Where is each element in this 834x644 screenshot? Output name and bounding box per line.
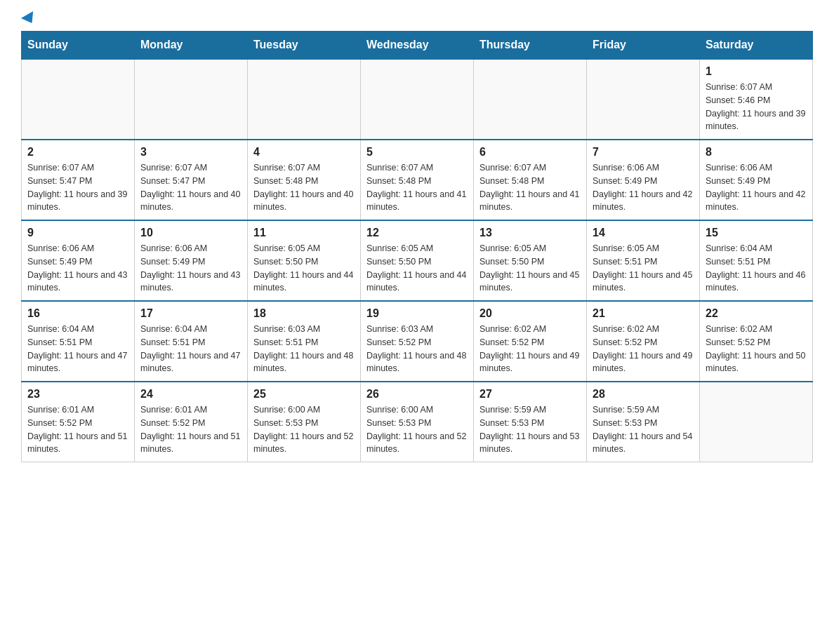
calendar-cell [135, 59, 248, 140]
calendar-cell: 12Sunrise: 6:05 AM Sunset: 5:50 PM Dayli… [361, 220, 474, 301]
day-number: 17 [140, 307, 241, 320]
day-info: Sunrise: 6:05 AM Sunset: 5:50 PM Dayligh… [253, 242, 355, 295]
calendar-week-row: 2Sunrise: 6:07 AM Sunset: 5:47 PM Daylig… [22, 140, 813, 220]
calendar-week-row: 16Sunrise: 6:04 AM Sunset: 5:51 PM Dayli… [22, 301, 813, 382]
day-number: 22 [706, 307, 807, 320]
calendar-cell: 26Sunrise: 6:00 AM Sunset: 5:53 PM Dayli… [361, 382, 474, 462]
day-number: 4 [253, 146, 355, 159]
calendar-cell [248, 59, 361, 140]
day-number: 3 [140, 146, 241, 159]
calendar-cell: 14Sunrise: 6:05 AM Sunset: 5:51 PM Dayli… [587, 220, 700, 301]
calendar-cell: 20Sunrise: 6:02 AM Sunset: 5:52 PM Dayli… [474, 301, 587, 382]
calendar-cell: 4Sunrise: 6:07 AM Sunset: 5:48 PM Daylig… [248, 140, 361, 220]
day-info: Sunrise: 6:01 AM Sunset: 5:52 PM Dayligh… [140, 403, 241, 456]
day-info: Sunrise: 6:06 AM Sunset: 5:49 PM Dayligh… [140, 242, 241, 295]
day-number: 2 [27, 146, 128, 159]
calendar-cell [700, 382, 813, 462]
day-info: Sunrise: 6:04 AM Sunset: 5:51 PM Dayligh… [140, 323, 241, 375]
calendar-cell [587, 59, 700, 140]
calendar-cell: 15Sunrise: 6:04 AM Sunset: 5:51 PM Dayli… [700, 220, 813, 301]
calendar-cell: 23Sunrise: 6:01 AM Sunset: 5:52 PM Dayli… [22, 382, 135, 462]
calendar-week-row: 1Sunrise: 6:07 AM Sunset: 5:46 PM Daylig… [22, 59, 813, 140]
day-info: Sunrise: 6:07 AM Sunset: 5:48 PM Dayligh… [253, 161, 355, 214]
day-number: 27 [479, 388, 581, 401]
column-header-sunday: Sunday [22, 32, 135, 60]
calendar-cell: 21Sunrise: 6:02 AM Sunset: 5:52 PM Dayli… [587, 301, 700, 382]
page-header [21, 14, 813, 24]
column-header-tuesday: Tuesday [248, 32, 361, 60]
day-number: 7 [593, 146, 694, 159]
day-info: Sunrise: 6:07 AM Sunset: 5:46 PM Dayligh… [706, 81, 807, 133]
day-number: 25 [253, 388, 355, 401]
day-number: 11 [253, 227, 355, 239]
day-info: Sunrise: 6:04 AM Sunset: 5:51 PM Dayligh… [706, 242, 807, 295]
column-header-thursday: Thursday [474, 32, 587, 60]
calendar-cell: 11Sunrise: 6:05 AM Sunset: 5:50 PM Dayli… [248, 220, 361, 301]
column-header-monday: Monday [135, 32, 248, 60]
calendar-cell: 7Sunrise: 6:06 AM Sunset: 5:49 PM Daylig… [587, 140, 700, 220]
day-info: Sunrise: 6:00 AM Sunset: 5:53 PM Dayligh… [366, 403, 468, 456]
day-number: 6 [479, 146, 581, 159]
day-info: Sunrise: 6:05 AM Sunset: 5:51 PM Dayligh… [593, 242, 694, 295]
day-number: 1 [706, 65, 807, 78]
calendar-cell: 2Sunrise: 6:07 AM Sunset: 5:47 PM Daylig… [22, 140, 135, 220]
day-info: Sunrise: 6:03 AM Sunset: 5:52 PM Dayligh… [366, 323, 468, 375]
calendar-cell: 1Sunrise: 6:07 AM Sunset: 5:46 PM Daylig… [700, 59, 813, 140]
calendar-table: SundayMondayTuesdayWednesdayThursdayFrid… [21, 31, 813, 462]
day-number: 13 [479, 227, 581, 239]
day-number: 20 [479, 307, 581, 320]
day-info: Sunrise: 6:04 AM Sunset: 5:51 PM Dayligh… [27, 323, 128, 375]
day-number: 9 [27, 227, 128, 239]
calendar-cell: 25Sunrise: 6:00 AM Sunset: 5:53 PM Dayli… [248, 382, 361, 462]
day-info: Sunrise: 6:06 AM Sunset: 5:49 PM Dayligh… [593, 161, 694, 214]
day-number: 12 [366, 227, 468, 239]
day-number: 24 [140, 388, 241, 401]
calendar-cell: 19Sunrise: 6:03 AM Sunset: 5:52 PM Dayli… [361, 301, 474, 382]
calendar-cell: 28Sunrise: 5:59 AM Sunset: 5:53 PM Dayli… [587, 382, 700, 462]
day-info: Sunrise: 6:02 AM Sunset: 5:52 PM Dayligh… [479, 323, 581, 375]
calendar-header-row: SundayMondayTuesdayWednesdayThursdayFrid… [22, 32, 813, 60]
calendar-cell [361, 59, 474, 140]
day-info: Sunrise: 6:07 AM Sunset: 5:48 PM Dayligh… [366, 161, 468, 214]
day-number: 21 [593, 307, 694, 320]
calendar-cell: 3Sunrise: 6:07 AM Sunset: 5:47 PM Daylig… [135, 140, 248, 220]
calendar-cell: 10Sunrise: 6:06 AM Sunset: 5:49 PM Dayli… [135, 220, 248, 301]
day-number: 8 [706, 146, 807, 159]
logo-arrow-icon [21, 11, 38, 27]
day-number: 26 [366, 388, 468, 401]
calendar-cell [22, 59, 135, 140]
day-number: 15 [706, 227, 807, 239]
day-info: Sunrise: 6:03 AM Sunset: 5:51 PM Dayligh… [253, 323, 355, 375]
day-info: Sunrise: 6:06 AM Sunset: 5:49 PM Dayligh… [27, 242, 128, 295]
calendar-cell [474, 59, 587, 140]
calendar-cell: 17Sunrise: 6:04 AM Sunset: 5:51 PM Dayli… [135, 301, 248, 382]
column-header-wednesday: Wednesday [361, 32, 474, 60]
day-number: 28 [593, 388, 694, 401]
calendar-cell: 9Sunrise: 6:06 AM Sunset: 5:49 PM Daylig… [22, 220, 135, 301]
calendar-cell: 16Sunrise: 6:04 AM Sunset: 5:51 PM Dayli… [22, 301, 135, 382]
day-info: Sunrise: 6:02 AM Sunset: 5:52 PM Dayligh… [706, 323, 807, 375]
day-number: 19 [366, 307, 468, 320]
calendar-cell: 13Sunrise: 6:05 AM Sunset: 5:50 PM Dayli… [474, 220, 587, 301]
day-number: 18 [253, 307, 355, 320]
calendar-week-row: 23Sunrise: 6:01 AM Sunset: 5:52 PM Dayli… [22, 382, 813, 462]
column-header-friday: Friday [587, 32, 700, 60]
day-info: Sunrise: 6:07 AM Sunset: 5:47 PM Dayligh… [140, 161, 241, 214]
calendar-cell: 24Sunrise: 6:01 AM Sunset: 5:52 PM Dayli… [135, 382, 248, 462]
day-info: Sunrise: 6:07 AM Sunset: 5:47 PM Dayligh… [27, 161, 128, 214]
day-number: 10 [140, 227, 241, 239]
calendar-cell: 6Sunrise: 6:07 AM Sunset: 5:48 PM Daylig… [474, 140, 587, 220]
logo [21, 14, 37, 24]
calendar-cell: 18Sunrise: 6:03 AM Sunset: 5:51 PM Dayli… [248, 301, 361, 382]
day-number: 5 [366, 146, 468, 159]
day-info: Sunrise: 5:59 AM Sunset: 5:53 PM Dayligh… [593, 403, 694, 456]
calendar-cell: 5Sunrise: 6:07 AM Sunset: 5:48 PM Daylig… [361, 140, 474, 220]
day-info: Sunrise: 6:06 AM Sunset: 5:49 PM Dayligh… [706, 161, 807, 214]
day-info: Sunrise: 6:07 AM Sunset: 5:48 PM Dayligh… [479, 161, 581, 214]
day-info: Sunrise: 6:01 AM Sunset: 5:52 PM Dayligh… [27, 403, 128, 456]
day-number: 16 [27, 307, 128, 320]
calendar-week-row: 9Sunrise: 6:06 AM Sunset: 5:49 PM Daylig… [22, 220, 813, 301]
day-info: Sunrise: 6:05 AM Sunset: 5:50 PM Dayligh… [479, 242, 581, 295]
day-number: 23 [27, 388, 128, 401]
day-info: Sunrise: 6:05 AM Sunset: 5:50 PM Dayligh… [366, 242, 468, 295]
